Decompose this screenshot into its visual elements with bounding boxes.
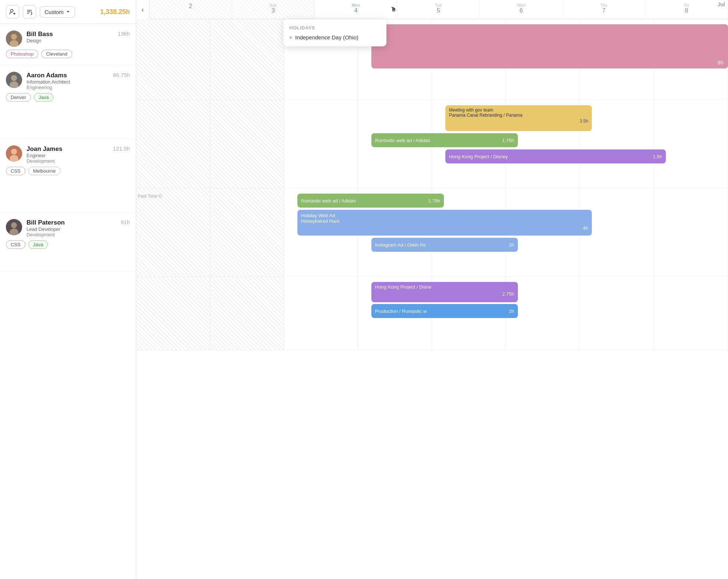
person-tags: CSS Java [6, 240, 130, 249]
add-person-button[interactable] [6, 5, 19, 18]
holiday-label: Independence Day (Ohio) [295, 34, 358, 40]
person-hours: 121.5h [113, 145, 130, 152]
person-row-aaron-adams: Aaron Adams Information Architect Engine… [0, 65, 136, 139]
event-billpat-hongkong[interactable]: Hong Kong Project / Disne 2.75h [371, 282, 518, 302]
event-billpat-production[interactable]: Production / Runtastic w 2h [371, 304, 518, 318]
gantt-header: | 27 Jul ‹ 2 Sun 3 Mon 4 🖱 Tue 5 [136, 0, 728, 19]
person-info-bill-pat: Bill Paterson Lead Developer Development [26, 219, 116, 237]
gantt-col-2: 2 [149, 0, 232, 19]
event-aaron-meeting[interactable]: Meeting with gov team Panama Canal Rebra… [445, 105, 592, 131]
gantt-col-sun3: Sun 3 [232, 0, 315, 19]
grid-col [580, 277, 654, 350]
gantt-panel: | 27 Jul ‹ 2 Sun 3 Mon 4 🖱 Tue 5 [136, 0, 728, 579]
person-name: Bill Paterson [26, 219, 116, 226]
grid-col [210, 277, 284, 350]
person-tags: CSS Melbourne [6, 167, 130, 175]
holiday-popup-title: Holidays [289, 25, 381, 31]
tag-java[interactable]: Java [28, 240, 48, 249]
gantt-section-bill-paterson: Hong Kong Project / Disne 2.75h Producti… [136, 277, 728, 350]
total-hours: 1,338.25h [100, 8, 130, 16]
person-title: Information Architect [26, 79, 109, 85]
person-info-bill-bass: Bill Bass Design [26, 31, 113, 43]
gantt-prev-button[interactable]: ‹ [136, 0, 149, 19]
grid-col [284, 100, 358, 188]
tag-melbourne[interactable]: Melbourne [28, 167, 60, 175]
event-aaron-runtastic[interactable]: Runtastic web ad / Adidas 1.75h [371, 133, 518, 147]
grid-col [210, 19, 284, 100]
person-info-joan: Joan James Engineer Development [26, 145, 109, 164]
left-panel: Custom 1,338.25h Bill Bass Design [0, 0, 136, 579]
grid-col [210, 100, 284, 188]
svg-point-16 [11, 222, 17, 228]
person-dept: Development [26, 232, 116, 237]
person-name: Joan James [26, 145, 109, 153]
person-hours: 91h [121, 219, 130, 225]
person-title: Lead Developer [26, 226, 116, 232]
tag-denver[interactable]: Denver [6, 93, 31, 102]
person-list: Bill Bass Design 136h Photoshop Clevelan… [0, 24, 136, 579]
toolbar: Custom 1,338.25h [0, 0, 136, 24]
event-joan-instagram[interactable]: Instagram Ad / Orkin Pe 2h [371, 238, 518, 252]
avatar-aaron-adams [6, 72, 22, 88]
person-row-bill-paterson: Bill Paterson Lead Developer Development… [0, 212, 136, 271]
svg-point-13 [11, 149, 17, 155]
tag-css[interactable]: CSS [6, 167, 25, 175]
svg-point-10 [11, 75, 17, 81]
holiday-popup: Holidays Independence Day (Ohio) [283, 19, 386, 46]
tag-photoshop[interactable]: Photoshop [6, 50, 38, 58]
grid-col [654, 100, 728, 188]
event-joan-runtastic[interactable]: Runtastic web ad / Adidas 1.75h [297, 194, 444, 208]
grid-col [654, 277, 728, 350]
avatar-bill-bass [6, 31, 22, 47]
gantt-col-fri8: Fri 8 [645, 0, 728, 19]
view-dropdown[interactable]: Custom [40, 6, 75, 18]
svg-point-0 [11, 10, 13, 12]
gantt-col-tue5: Tue 5 [397, 0, 480, 19]
grid-col [136, 188, 210, 276]
person-dept: Development [26, 158, 109, 164]
event-bill-bass-main[interactable]: 8h [371, 24, 728, 68]
person-title: Engineer [26, 153, 109, 158]
grid-col [136, 100, 210, 188]
gantt-section-bill-bass: 8h [136, 19, 728, 100]
holiday-item: Independence Day (Ohio) [289, 34, 381, 40]
gantt-col-mon4: Mon 4 🖱 [315, 0, 397, 19]
tag-css[interactable]: CSS [6, 240, 25, 249]
gantt-body: 8h Meeting with gov team Panama Canal Re… [136, 19, 728, 579]
avatar-joan-james [6, 145, 22, 162]
person-tags: Photoshop Cleveland [6, 50, 130, 58]
holiday-dot [289, 36, 292, 39]
gantt-col-thu7: Thu 7 [563, 0, 646, 19]
person-tags: Denver Java [6, 93, 130, 102]
person-name: Bill Bass [26, 31, 113, 38]
tag-cleveland[interactable]: Cleveland [41, 50, 72, 58]
gantt-section-joan-james: Paid Time O Runtastic web ad / Adidas 1.… [136, 188, 728, 277]
person-dept: Engineering [26, 85, 109, 90]
person-hours: 136h [118, 31, 130, 37]
gantt-col-wed6: Wed 6 [480, 0, 563, 19]
paid-time-off-label: Paid Time O [138, 194, 167, 199]
grid-col [654, 188, 728, 276]
grid-col [284, 277, 358, 350]
person-row-bill-bass: Bill Bass Design 136h Photoshop Clevelan… [0, 24, 136, 65]
person-name: Aaron Adams [26, 72, 109, 79]
event-aaron-hongkong[interactable]: Hong Kong Project / Disney 1.5h [445, 149, 666, 163]
person-hours: 86.75h [113, 72, 130, 78]
view-dropdown-label: Custom [45, 9, 64, 15]
grid-col [136, 277, 210, 350]
person-row-joan-james: Joan James Engineer Development 121.5h C… [0, 139, 136, 212]
event-joan-holiday[interactable]: Holiday Web Ad Honeybaked Ham 4h [297, 210, 592, 236]
sort-button[interactable] [23, 5, 36, 18]
gantt-section-aaron-adams: Meeting with gov team Panama Canal Rebra… [136, 100, 728, 188]
person-info-aaron: Aaron Adams Information Architect Engine… [26, 72, 109, 90]
cursor-icon: 🖱 [390, 6, 396, 13]
person-title: Design [26, 38, 113, 43]
tag-java[interactable]: Java [34, 93, 53, 102]
grid-col [136, 19, 210, 100]
grid-col [210, 188, 284, 276]
svg-point-7 [11, 34, 17, 40]
avatar-bill-paterson [6, 219, 22, 235]
